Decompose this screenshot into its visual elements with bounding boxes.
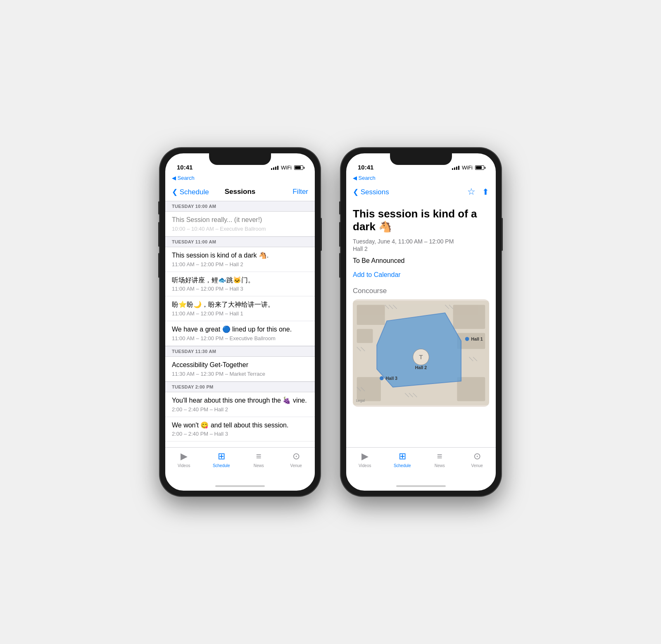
session-title: 听场好讲座，鲤🐟跳🐱门。: [172, 276, 308, 285]
tab-videos[interactable]: ▶ Videos: [346, 451, 384, 468]
videos-icon: ▶: [181, 451, 188, 462]
battery: [294, 165, 303, 170]
session-title: We have a great 🔵 lined up for this one.: [172, 325, 308, 334]
list-item[interactable]: This session is kind of a dark 🐴. 11:00 …: [165, 247, 315, 272]
legal-text: Legal: [356, 399, 365, 403]
session-detail: 11:00 AM – 12:00 PM – Executive Ballroom: [172, 335, 308, 341]
notch: [390, 153, 452, 165]
session-title: This Session really... (it never!): [172, 216, 308, 224]
venue-icon: ⊙: [473, 451, 481, 462]
svg-point-25: [465, 337, 469, 341]
list-item[interactable]: We won't 😋 and tell about this session. …: [165, 417, 315, 442]
phone-2: 10:41 WiFi ◀ Search: [340, 148, 502, 496]
time-header-10am: TUESDAY 10:00 AM: [165, 201, 315, 212]
battery: [475, 165, 484, 170]
list-item[interactable]: This Session really... (it never!) 10:00…: [165, 212, 315, 236]
detail-date: Tuesday, June 4, 11:00 AM – 12:00 PM: [353, 238, 489, 245]
status-time: 10:41: [358, 164, 373, 171]
session-title: This session is kind of a dark 🐴.: [172, 251, 308, 260]
tab-news[interactable]: ≡ News: [421, 451, 459, 468]
news-icon: ≡: [256, 451, 262, 462]
share-icon[interactable]: ⬆: [482, 187, 489, 197]
status-icons: WiFi: [452, 165, 484, 171]
svg-point-26: [380, 377, 384, 381]
session-detail: 2:00 – 2:40 PM – Hall 2: [172, 406, 308, 413]
add-calendar-button[interactable]: Add to Calendar: [353, 271, 489, 279]
battery-fill: [295, 166, 301, 169]
venue-label: Concourse: [353, 287, 489, 295]
map-container[interactable]: T Hall 2 Hall 1 Hall 3 Legal: [353, 299, 489, 407]
svg-rect-4: [453, 305, 485, 329]
map-svg: T Hall 2 Hall 1 Hall 3 Legal: [353, 299, 489, 407]
home-bar: [396, 485, 446, 487]
status-icons: WiFi: [271, 165, 303, 171]
hall1-label: Hall 1: [471, 336, 483, 341]
tab-schedule[interactable]: ⊞ Schedule: [203, 451, 240, 468]
tab-news[interactable]: ≡ News: [240, 451, 278, 468]
nav-action-icons: ☆ ⬆: [467, 186, 489, 197]
wifi-icon: WiFi: [281, 165, 292, 171]
home-indicator: [165, 482, 315, 491]
status-time: 10:41: [177, 164, 193, 171]
session-detail: 2:00 – 2:40 PM – Hall 3: [172, 431, 308, 437]
session-detail: 10:00 – 10:40 AM – Executive Ballroom: [172, 226, 308, 232]
list-item[interactable]: You'll hear about this one through the 🍇…: [165, 392, 315, 417]
tab-label: Schedule: [394, 463, 411, 468]
videos-icon: ▶: [361, 451, 369, 462]
back-button[interactable]: ❮ Sessions: [353, 188, 389, 196]
session-detail: 11:30 AM – 12:30 PM – Market Terrace: [172, 371, 308, 377]
session-list: TUESDAY 10:00 AM This Session really... …: [165, 201, 315, 447]
tab-schedule[interactable]: ⊞ Schedule: [384, 451, 421, 468]
venue-icon: ⊙: [292, 451, 300, 462]
detail-hall: Hall 2: [353, 246, 489, 252]
notch: [209, 153, 271, 165]
battery-fill: [476, 166, 482, 169]
tab-venue[interactable]: ⊙ Venue: [459, 451, 496, 468]
svg-rect-3: [357, 329, 373, 343]
session-detail: 11:00 AM – 12:00 PM – Hall 3: [172, 286, 308, 292]
nav-bar: ❮ Schedule Sessions Filter: [165, 183, 315, 201]
detail-title: This session is kind of a dark 🐴: [353, 208, 489, 233]
tab-label: Videos: [359, 463, 371, 468]
detail-speaker: To Be Announced: [353, 257, 489, 265]
time-header-2pm: TUESDAY 2:00 PM: [165, 382, 315, 392]
list-item[interactable]: Accessibility Get-Together 11:30 AM – 12…: [165, 357, 315, 382]
time-header-11am: TUESDAY 11:00 AM: [165, 236, 315, 247]
tab-label: Schedule: [213, 463, 230, 468]
tab-bar: ▶ Videos ⊞ Schedule ≡ News ⊙ Venue: [165, 447, 315, 482]
tab-label: News: [254, 463, 264, 468]
phone-1: 10:41 WiFi ◀ Search: [159, 148, 321, 496]
nav-title: Sessions: [225, 188, 256, 196]
session-list-content: TUESDAY 10:00 AM This Session really... …: [165, 201, 315, 447]
tab-venue[interactable]: ⊙ Venue: [278, 451, 315, 468]
tab-label: Videos: [178, 463, 190, 468]
home-indicator: [346, 482, 496, 491]
session-title: We won't 😋 and tell about this session.: [172, 421, 308, 430]
session-detail: 11:00 AM – 12:00 PM – Hall 2: [172, 261, 308, 267]
signal-bars: [452, 166, 459, 170]
tab-label: Venue: [471, 463, 483, 468]
hall2-label: Hall 2: [415, 365, 427, 370]
news-icon: ≡: [437, 451, 442, 462]
detail-content: This session is kind of a dark 🐴 Tuesday…: [346, 201, 496, 447]
svg-text:T: T: [419, 353, 423, 360]
tab-label: Venue: [290, 463, 302, 468]
schedule-icon: ⊞: [399, 451, 406, 462]
search-back[interactable]: ◀ Search: [165, 174, 315, 183]
tab-label: News: [435, 463, 445, 468]
tab-videos[interactable]: ▶ Videos: [165, 451, 203, 468]
back-button[interactable]: ❮ Schedule: [172, 188, 209, 196]
search-back[interactable]: ◀ Search: [346, 174, 496, 183]
list-item[interactable]: We have a great 🔵 lined up for this one.…: [165, 321, 315, 346]
session-title: Accessibility Get-Together: [172, 361, 308, 370]
list-item[interactable]: 盼⭐盼🌙，盼来了大神给讲一讲。 11:00 AM – 12:00 PM – Ha…: [165, 296, 315, 321]
svg-rect-6: [357, 377, 381, 401]
filter-button[interactable]: Filter: [292, 188, 308, 196]
tab-bar: ▶ Videos ⊞ Schedule ≡ News ⊙ Venue: [346, 447, 496, 482]
wifi-icon: WiFi: [462, 165, 473, 171]
list-item[interactable]: 听场好讲座，鲤🐟跳🐱门。 11:00 AM – 12:00 PM – Hall …: [165, 272, 315, 297]
session-title: You'll hear about this one through the 🍇…: [172, 396, 308, 405]
session-detail: 11:00 AM – 12:00 PM – Hall 1: [172, 310, 308, 317]
hall3-label: Hall 3: [386, 376, 398, 381]
favorite-icon[interactable]: ☆: [467, 186, 476, 197]
